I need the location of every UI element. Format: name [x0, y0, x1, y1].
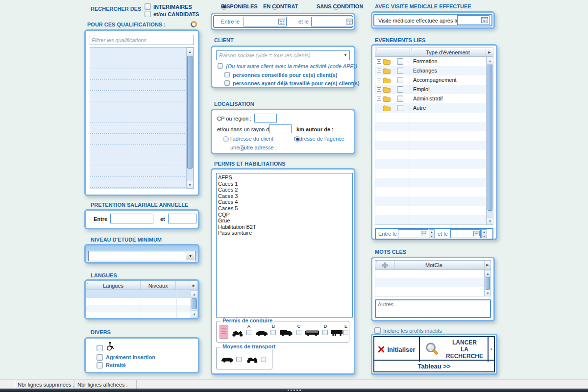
qualifications-filter-input[interactable] — [90, 35, 194, 45]
expand-icon[interactable]: + — [377, 87, 381, 92]
events-scrollbar[interactable]: ▲ ▼ — [487, 57, 493, 225]
column-chooser-icon[interactable]: ▶ — [190, 281, 197, 290]
scroll-down-icon[interactable]: ▼ — [487, 217, 493, 224]
scroll-up-icon[interactable]: ▲ — [191, 291, 197, 298]
permit-item[interactable]: Caces 3 — [218, 193, 351, 199]
radius-input[interactable] — [269, 124, 292, 133]
license-a-checkbox[interactable] — [246, 330, 251, 335]
advised-persons-checkbox[interactable] — [224, 72, 230, 77]
permit-item[interactable]: Pass sanitaire — [218, 230, 351, 236]
event-row[interactable]: Autre — [375, 103, 486, 113]
qualifications-scrollbar[interactable]: ▲ ▼ — [186, 48, 194, 189]
event-checkbox[interactable] — [397, 58, 403, 65]
salary-min-input[interactable] — [110, 214, 153, 223]
launch-options-dropdown[interactable]: ▼ — [488, 337, 494, 362]
license-c-checkbox[interactable] — [296, 330, 301, 335]
expand-icon[interactable]: + — [377, 59, 381, 64]
interimaires-checkbox[interactable] — [145, 3, 151, 10]
calendar-icon[interactable] — [472, 230, 480, 237]
transport-moto-checkbox[interactable] — [261, 357, 266, 362]
events-table-body[interactable]: + Formation + Echanges + Accompagnement … — [375, 57, 487, 225]
permit-item[interactable]: Caces 4 — [218, 199, 351, 205]
combo-dropdown-icon[interactable]: ▼ — [343, 53, 347, 57]
permit-item[interactable]: Grue — [218, 218, 351, 224]
languages-scrollbar[interactable]: ▲ ▼ — [191, 290, 198, 318]
scroll-thumb[interactable] — [488, 65, 492, 211]
reset-button[interactable]: Initialiser — [374, 337, 420, 362]
event-checkbox[interactable] — [397, 68, 403, 74]
scroll-down-icon[interactable]: ▼ — [187, 181, 193, 188]
calendar-icon[interactable] — [277, 18, 286, 25]
languages-table-header[interactable]: ↕Langues Niveaux ▶ — [86, 281, 198, 290]
client-combobox[interactable]: Raison sociale (vide = tous les clients)… — [216, 50, 350, 60]
event-row[interactable]: + Accompagnement — [375, 75, 486, 85]
table-view-button[interactable]: Tableau >> — [374, 360, 494, 371]
combo-dropdown-icon[interactable]: ▼ — [186, 252, 195, 260]
same-ape-checkbox[interactable] — [218, 63, 223, 69]
event-row[interactable]: + Emploi — [375, 85, 486, 94]
permit-item[interactable]: Caces 2 — [218, 187, 351, 193]
available-to-date[interactable] — [311, 17, 354, 26]
salary-max-input[interactable] — [168, 214, 196, 223]
date-spinner[interactable]: ▲▼ — [429, 229, 435, 238]
education-combobox[interactable]: ▼ — [88, 251, 196, 261]
events-from-date[interactable] — [398, 229, 428, 238]
scroll-up-icon[interactable]: ▲ — [487, 57, 493, 65]
license-e-checkbox[interactable] — [343, 330, 348, 335]
event-checkbox[interactable] — [397, 105, 403, 111]
event-row[interactable]: + Echanges — [375, 66, 486, 75]
event-checkbox[interactable] — [397, 77, 403, 83]
scroll-thumb[interactable] — [187, 56, 193, 169]
events-table-header[interactable]: ↕ ↕Type d'évènement ▶ — [375, 48, 493, 57]
keywords-other-textarea[interactable] — [375, 299, 491, 318]
permit-item[interactable]: Caces 5 — [218, 205, 351, 212]
languages-table-body[interactable] — [86, 290, 191, 318]
calendar-icon[interactable] — [345, 18, 353, 25]
column-chooser-icon[interactable]: ▶ — [486, 48, 493, 56]
cp-region-input[interactable] — [254, 114, 277, 122]
languages-selected-row[interactable] — [86, 290, 191, 298]
permit-item[interactable]: Caces 1 — [218, 181, 351, 187]
event-row[interactable]: + Administratif — [375, 94, 486, 103]
event-row[interactable]: + Formation — [375, 57, 486, 66]
expand-icon[interactable]: + — [377, 97, 381, 101]
add-keyword-icon[interactable] — [382, 262, 388, 269]
scroll-thumb[interactable] — [192, 298, 197, 309]
scroll-down-icon[interactable]: ▼ — [191, 310, 197, 318]
scroll-down-icon[interactable]: ▼ — [485, 290, 490, 296]
permit-item[interactable]: AFPS — [218, 174, 351, 181]
license-b-checkbox[interactable] — [270, 330, 276, 335]
keywords-table-header[interactable]: ↕ MotCle ▶ — [375, 260, 491, 270]
permit-item[interactable]: Habilitation B2T — [218, 224, 351, 230]
scroll-up-icon[interactable]: ▲ — [485, 270, 490, 277]
agrement-insertion-checkbox[interactable] — [97, 354, 103, 361]
medical-date[interactable] — [457, 15, 490, 25]
date-spinner[interactable]: ▲▼ — [481, 229, 487, 238]
languages-col2-header[interactable]: Niveaux — [141, 281, 176, 290]
permits-list[interactable]: AFPS Caces 1 Caces 2 Caces 3 Caces 4 Cac… — [216, 173, 353, 318]
event-checkbox[interactable] — [397, 96, 403, 102]
languages-col1-header[interactable]: Langues — [103, 283, 123, 289]
retraite-checkbox[interactable] — [97, 362, 103, 368]
qualifications-list[interactable]: ▲ ▼ — [90, 47, 194, 189]
include-inactive-checkbox[interactable] — [374, 327, 381, 334]
keywords-column-header[interactable]: MotCle — [395, 261, 474, 270]
calendar-icon[interactable] — [480, 16, 489, 24]
events-column-header[interactable]: Type d'évènement — [426, 49, 470, 55]
transport-car-checkbox[interactable] — [236, 357, 242, 362]
launch-search-button[interactable]: LANCER LA RECHERCHE — [420, 337, 488, 362]
expand-icon[interactable]: + — [377, 78, 381, 82]
event-checkbox[interactable] — [397, 86, 403, 93]
scroll-thumb[interactable] — [486, 277, 490, 290]
client-address-radio[interactable] — [223, 136, 229, 142]
permit-item[interactable]: CQP — [218, 212, 351, 218]
license-d-checkbox[interactable] — [322, 330, 328, 335]
candidats-checkbox[interactable] — [145, 11, 151, 17]
events-to-date[interactable] — [450, 229, 481, 238]
expand-icon[interactable]: + — [377, 69, 381, 73]
bottom-splitter[interactable] — [0, 389, 588, 392]
column-chooser-icon[interactable]: ▶ — [485, 261, 490, 270]
available-from-date[interactable] — [244, 17, 287, 26]
calendar-icon[interactable] — [420, 230, 428, 237]
keywords-table-body[interactable] — [375, 270, 485, 296]
